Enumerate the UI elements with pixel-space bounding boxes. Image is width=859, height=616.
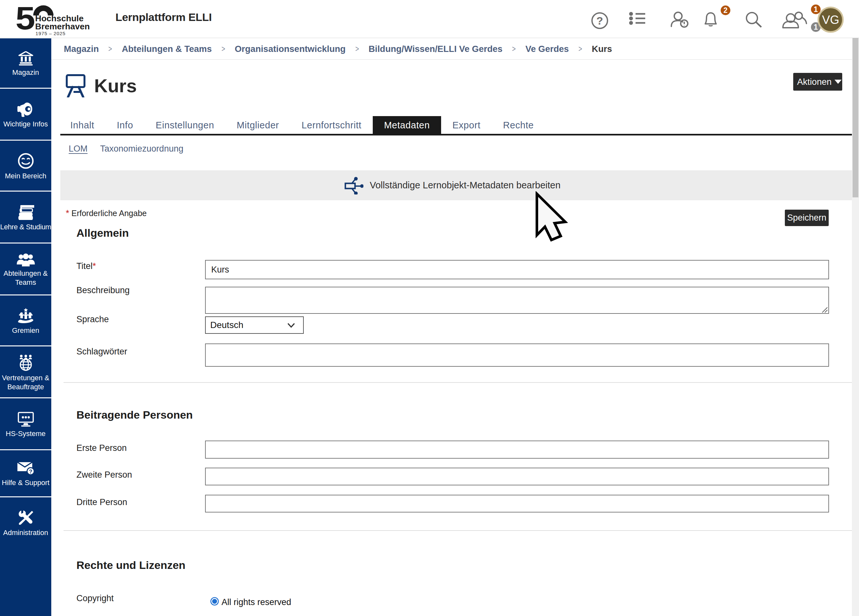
svg-text:2: 2	[723, 6, 728, 14]
svg-text:Bremerhaven: Bremerhaven	[35, 22, 90, 31]
svg-text:?: ?	[29, 469, 32, 475]
svg-text:VG: VG	[822, 13, 839, 27]
svg-text:1: 1	[814, 23, 818, 31]
svg-text:?: ?	[597, 14, 603, 27]
svg-text:1975 – 2025: 1975 – 2025	[36, 31, 66, 36]
svg-text:5: 5	[16, 4, 35, 36]
svg-text:1: 1	[814, 5, 818, 14]
